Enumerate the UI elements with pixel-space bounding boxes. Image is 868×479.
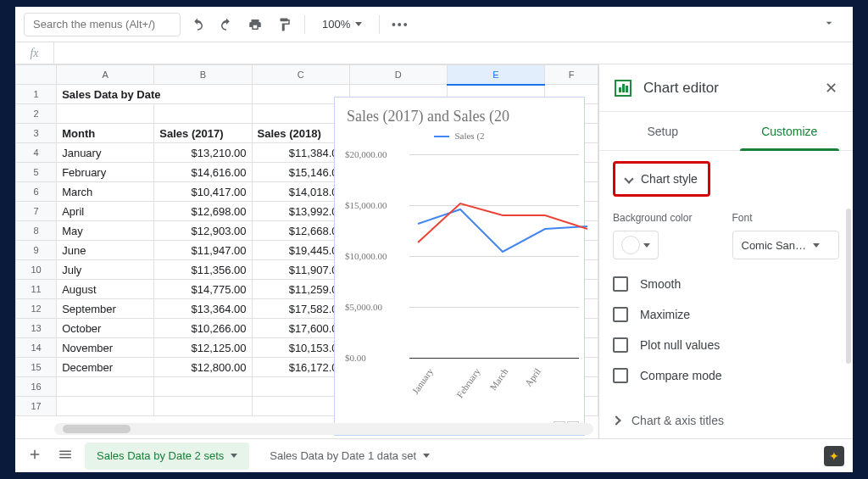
cell[interactable]: February <box>57 163 154 182</box>
cell[interactable]: June <box>57 241 154 260</box>
background-color-picker[interactable] <box>613 231 659 259</box>
cell[interactable]: August <box>57 280 154 299</box>
chart-legend: Sales (2 <box>335 127 584 146</box>
explore-button[interactable]: ✦ <box>824 446 844 466</box>
row-header[interactable]: 14 <box>16 338 57 358</box>
col-header[interactable]: F <box>545 65 598 85</box>
tab-setup[interactable]: Setup <box>599 112 726 150</box>
chart-editor-icon <box>615 80 632 97</box>
all-sheets-button[interactable] <box>54 443 76 469</box>
sheet-tab-active[interactable]: Sales Data by Date 2 sets <box>85 443 249 470</box>
paint-format-button[interactable] <box>272 13 296 36</box>
panel-scrollbar[interactable] <box>846 209 851 364</box>
font-select[interactable]: Comic San… <box>732 231 840 259</box>
formula-bar: fx <box>15 42 853 64</box>
maximize-checkbox[interactable]: Maximize <box>613 307 839 322</box>
compare-mode-checkbox[interactable]: Compare mode <box>613 368 839 383</box>
row-header[interactable]: 8 <box>16 221 57 241</box>
caret-down-icon <box>643 243 650 248</box>
font-label: Font <box>732 212 840 224</box>
spreadsheet-app: 100% ••• fx A B C D E F 1Sales Data by D… <box>15 7 853 472</box>
chart-style-section-toggle[interactable]: Chart style <box>613 161 710 197</box>
formula-input[interactable] <box>54 42 853 64</box>
cell[interactable]: $14,775.00 <box>154 280 252 299</box>
sheet-area[interactable]: A B C D E F 1Sales Data by Date 2 3Month… <box>15 64 598 438</box>
row-header[interactable]: 1 <box>16 85 57 104</box>
caret-down-icon <box>231 454 237 458</box>
cell[interactable]: July <box>57 260 154 280</box>
row-header[interactable]: 13 <box>16 319 57 338</box>
col-header[interactable]: B <box>154 65 252 85</box>
cell[interactable]: $10,266.00 <box>154 319 252 338</box>
chart-axis-titles-section[interactable]: Chart & axis titles <box>613 414 839 427</box>
row-header[interactable]: 3 <box>16 124 57 143</box>
toolbar: 100% ••• <box>15 7 853 42</box>
row-header[interactable]: 2 <box>16 104 57 124</box>
row-header[interactable]: 15 <box>16 358 57 377</box>
sheet-tab-inactive[interactable]: Sales Data by Date 1 data set <box>258 443 442 470</box>
collapse-toolbar-button[interactable] <box>822 16 844 33</box>
redo-button[interactable] <box>214 13 238 36</box>
row-header[interactable]: 16 <box>16 377 57 397</box>
row-header[interactable]: 11 <box>16 280 57 299</box>
more-tools-button[interactable]: ••• <box>388 13 412 36</box>
row-header[interactable]: 10 <box>16 260 57 280</box>
cell[interactable]: May <box>57 221 154 241</box>
caret-down-icon <box>423 454 430 458</box>
cell[interactable]: $10,417.00 <box>154 182 252 202</box>
smooth-checkbox[interactable]: Smooth <box>613 276 839 292</box>
color-swatch-icon <box>621 236 640 254</box>
cell[interactable]: April <box>57 202 154 221</box>
cell[interactable]: Sales Data by Date <box>57 85 252 104</box>
row-header[interactable]: 7 <box>16 202 57 221</box>
cell[interactable]: December <box>57 358 154 377</box>
chart-plot: $20,000.00 $15,000.00 $10,000.00 $5,000.… <box>345 146 579 358</box>
embedded-chart[interactable]: Sales (2017) and Sales (20 Sales (2 $20,… <box>334 97 585 436</box>
cell[interactable]: $12,800.00 <box>154 358 252 377</box>
select-all-corner[interactable] <box>16 65 57 85</box>
fx-icon: fx <box>15 42 54 64</box>
row-header[interactable]: 12 <box>16 299 57 319</box>
horizontal-scrollbar[interactable] <box>54 423 593 435</box>
explore-star-icon: ✦ <box>829 449 839 463</box>
add-sheet-button[interactable] <box>24 443 46 469</box>
chart-title: Sales (2017) and Sales (20 <box>335 97 584 127</box>
cell[interactable]: $12,903.00 <box>154 221 252 241</box>
cell[interactable]: Sales (2017) <box>154 124 252 143</box>
row-header[interactable]: 6 <box>16 182 57 202</box>
bg-color-label: Background color <box>613 212 721 224</box>
tab-customize[interactable]: Customize <box>726 112 854 150</box>
print-button[interactable] <box>243 13 267 36</box>
close-button[interactable]: ✕ <box>825 79 837 97</box>
chevron-right-icon <box>611 415 620 425</box>
caret-down-icon <box>813 243 820 248</box>
cell[interactable]: $11,947.00 <box>154 241 252 260</box>
sheet-tabs-bar: Sales Data by Date 2 sets Sales Data by … <box>15 438 853 472</box>
chart-editor-panel: Chart editor ✕ Setup Customize Chart sty… <box>598 64 853 438</box>
row-header[interactable]: 9 <box>16 241 57 260</box>
search-menus-input[interactable] <box>24 13 181 36</box>
cell[interactable]: $12,125.00 <box>154 338 252 358</box>
row-header[interactable]: 5 <box>16 163 57 182</box>
cell[interactable]: January <box>57 143 154 163</box>
cell[interactable]: $12,698.00 <box>154 202 252 221</box>
col-header[interactable]: C <box>252 65 349 85</box>
col-header[interactable]: E <box>447 65 544 85</box>
cell[interactable]: $11,356.00 <box>154 260 252 280</box>
cell[interactable]: $14,616.00 <box>154 163 252 182</box>
row-header[interactable]: 17 <box>16 397 57 416</box>
col-header[interactable]: D <box>349 65 447 85</box>
plot-null-checkbox[interactable]: Plot null values <box>613 337 839 353</box>
cell[interactable]: November <box>57 338 154 358</box>
cell[interactable]: $13,210.00 <box>154 143 252 163</box>
cell[interactable]: September <box>57 299 154 319</box>
cell[interactable]: Month <box>57 124 154 143</box>
undo-button[interactable] <box>186 13 209 36</box>
zoom-select[interactable]: 100% <box>314 18 370 31</box>
col-header[interactable]: A <box>57 65 154 85</box>
cell[interactable]: October <box>57 319 154 338</box>
cell[interactable]: $13,364.00 <box>154 299 252 319</box>
cell[interactable]: March <box>57 182 154 202</box>
legend-swatch-icon <box>434 136 449 137</box>
row-header[interactable]: 4 <box>16 143 57 163</box>
